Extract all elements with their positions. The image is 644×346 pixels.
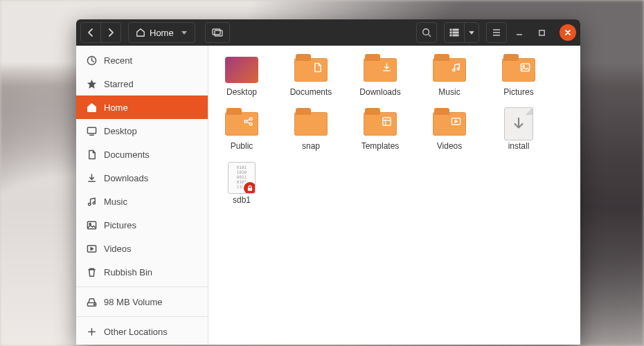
minimize-button[interactable] bbox=[510, 23, 529, 42]
star-icon bbox=[86, 78, 97, 89]
back-button[interactable] bbox=[81, 23, 101, 42]
documents-icon bbox=[312, 62, 323, 73]
file-snap[interactable]: snap bbox=[286, 109, 336, 151]
nav-buttons bbox=[80, 22, 121, 43]
sidebar-item-label: Downloads bbox=[104, 173, 148, 183]
svg-rect-8 bbox=[453, 35, 458, 36]
lock-icon bbox=[242, 181, 256, 194]
chevron-down-icon bbox=[181, 29, 188, 36]
file-public[interactable]: Public bbox=[217, 109, 267, 151]
pictures-icon bbox=[520, 62, 531, 73]
sidebar-item-label: 98 MB Volume bbox=[104, 297, 163, 307]
svg-point-2 bbox=[423, 29, 429, 35]
sidebar-item-downloads[interactable]: Downloads bbox=[76, 166, 208, 190]
hamburger-menu-button[interactable] bbox=[486, 22, 507, 43]
file-videos[interactable]: Videos bbox=[424, 109, 474, 151]
sidebar-item-videos[interactable]: Videos bbox=[76, 237, 208, 260]
svg-point-12 bbox=[88, 203, 90, 205]
folder-icon bbox=[294, 58, 328, 82]
sidebar-separator bbox=[76, 286, 208, 287]
new-tab-button[interactable] bbox=[205, 22, 230, 43]
file-grid: DesktopDocumentsDownloadsMusicPicturesPu… bbox=[208, 46, 580, 345]
sidebar-item-label: Videos bbox=[104, 244, 132, 254]
sidebar-item-documents[interactable]: Documents bbox=[76, 143, 208, 166]
svg-rect-9 bbox=[539, 30, 544, 35]
svg-point-20 bbox=[457, 68, 459, 70]
file-label: Public bbox=[231, 141, 253, 151]
file-downloads[interactable]: Downloads bbox=[355, 55, 405, 97]
videos-icon bbox=[86, 243, 97, 254]
share-icon bbox=[243, 116, 254, 127]
svg-point-13 bbox=[93, 201, 95, 203]
sidebar-item-trash[interactable]: Rubbish Bin bbox=[76, 260, 208, 284]
desktop-icon bbox=[86, 125, 97, 136]
sidebar-item-home[interactable]: Home bbox=[76, 95, 208, 119]
templates-icon bbox=[382, 116, 393, 127]
folder-icon bbox=[364, 112, 397, 136]
places-sidebar: RecentStarredHomeDesktopDocumentsDownloa… bbox=[76, 46, 208, 345]
file-label: Downloads bbox=[359, 87, 400, 97]
file-label: snap bbox=[302, 141, 320, 151]
svg-rect-5 bbox=[450, 35, 451, 36]
folder-icon bbox=[433, 58, 466, 82]
sidebar-item-starred[interactable]: Starred bbox=[76, 72, 208, 95]
drive-icon bbox=[86, 296, 97, 307]
svg-rect-14 bbox=[87, 221, 96, 228]
sidebar-item-label: Documents bbox=[104, 149, 150, 160]
file-label: Desktop bbox=[226, 87, 257, 97]
binary-file-icon: 0101 1010 0011 0101 1100 bbox=[228, 162, 256, 194]
view-controls bbox=[444, 22, 479, 43]
sidebar-item-pictures[interactable]: Pictures bbox=[76, 213, 208, 237]
view-list-button[interactable] bbox=[445, 23, 465, 42]
search-button[interactable] bbox=[416, 22, 437, 43]
maximize-button[interactable] bbox=[532, 23, 551, 42]
download-icon bbox=[382, 62, 393, 73]
close-button[interactable] bbox=[560, 24, 576, 41]
file-documents[interactable]: Documents bbox=[286, 55, 336, 97]
sidebar-item-other[interactable]: Other Locations bbox=[76, 320, 208, 343]
script-file-icon bbox=[504, 107, 533, 140]
forward-button[interactable] bbox=[101, 23, 120, 42]
file-label: Music bbox=[438, 87, 460, 97]
music-icon bbox=[86, 196, 97, 207]
home-icon bbox=[136, 28, 145, 37]
view-options-button[interactable] bbox=[465, 23, 478, 42]
file-label: Videos bbox=[437, 141, 462, 151]
svg-rect-7 bbox=[453, 32, 458, 33]
svg-point-18 bbox=[93, 304, 95, 305]
sidebar-item-recent[interactable]: Recent bbox=[76, 48, 208, 72]
svg-rect-26 bbox=[383, 118, 391, 125]
svg-rect-0 bbox=[215, 30, 222, 36]
file-sdb1[interactable]: 0101 1010 0011 0101 1100sdb1 bbox=[217, 163, 267, 205]
svg-rect-6 bbox=[453, 29, 458, 30]
file-label: install bbox=[508, 141, 530, 151]
path-label: Home bbox=[150, 28, 174, 38]
sidebar-item-music[interactable]: Music bbox=[76, 190, 208, 213]
sidebar-item-label: Pictures bbox=[104, 220, 136, 230]
file-label: Documents bbox=[290, 87, 332, 97]
file-pictures[interactable]: Pictures bbox=[494, 55, 544, 97]
svg-rect-1 bbox=[213, 29, 220, 35]
home-icon bbox=[86, 102, 97, 113]
sidebar-item-desktop[interactable]: Desktop bbox=[76, 119, 208, 143]
svg-rect-3 bbox=[450, 29, 451, 30]
file-desktop[interactable]: Desktop bbox=[217, 55, 267, 97]
file-label: Templates bbox=[361, 141, 400, 151]
sidebar-item-volume[interactable]: 98 MB Volume bbox=[76, 290, 208, 313]
svg-point-15 bbox=[89, 223, 90, 224]
sidebar-item-label: Other Locations bbox=[104, 327, 168, 337]
folder-icon bbox=[433, 112, 466, 136]
sidebar-item-label: Starred bbox=[104, 79, 134, 89]
folder-icon bbox=[502, 58, 535, 82]
folder-icon bbox=[364, 58, 397, 82]
sidebar-item-label: Music bbox=[104, 197, 127, 207]
documents-icon bbox=[86, 149, 97, 160]
file-templates[interactable]: Templates bbox=[355, 109, 405, 151]
sidebar-separator bbox=[76, 316, 208, 317]
file-music[interactable]: Music bbox=[424, 55, 474, 97]
sidebar-item-label: Rubbish Bin bbox=[104, 267, 152, 277]
file-install[interactable]: install bbox=[494, 109, 544, 151]
path-bar[interactable]: Home bbox=[128, 22, 195, 43]
svg-point-19 bbox=[453, 69, 455, 71]
file-label: sdb1 bbox=[233, 195, 251, 205]
